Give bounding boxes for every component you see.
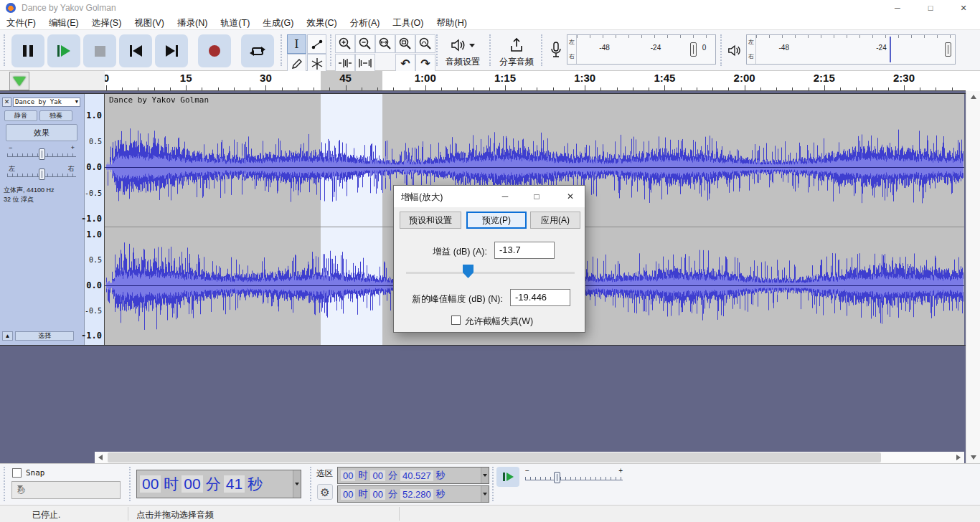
time-value[interactable]: 00 — [140, 475, 161, 493]
close-button[interactable]: ✕ — [947, 0, 980, 16]
audio-position-display[interactable]: 00时00分41秒 — [136, 470, 301, 498]
menu-item[interactable]: 帮助(H) — [430, 16, 473, 31]
menu-item[interactable]: 工具(O) — [386, 16, 430, 31]
time-digit-cells[interactable]: 00时00分52.280秒 — [338, 486, 481, 502]
time-value[interactable]: 00 — [341, 470, 355, 481]
redo-button[interactable]: ↷ — [415, 54, 435, 72]
mute-button[interactable]: 静音 — [4, 110, 37, 121]
horizontal-scrollbar-thumb[interactable] — [108, 452, 881, 462]
volume-slider-thumb[interactable] — [945, 42, 951, 57]
snap-mode-combobox[interactable]: 秒 — [11, 481, 121, 499]
selection-end-display[interactable]: 00时00分52.280秒 — [337, 485, 489, 503]
grip-selection[interactable] — [310, 467, 311, 501]
playback-meter-speaker-button[interactable] — [725, 37, 745, 63]
grip-transport[interactable] — [4, 34, 5, 66]
amplify-slider-thumb[interactable] — [463, 265, 473, 278]
time-digit-cells[interactable]: 00时00分40.527秒 — [338, 468, 481, 483]
grip-snap[interactable] — [4, 467, 5, 501]
track-name-menu[interactable]: Dance by Yak▼ — [13, 98, 80, 107]
loop-button[interactable] — [241, 34, 274, 67]
menu-item[interactable]: 视图(V) — [128, 16, 171, 31]
horizontal-scrollbar[interactable] — [95, 452, 964, 463]
audio-setup-button[interactable] — [440, 36, 485, 54]
silence-audio-button[interactable] — [355, 54, 375, 72]
zoom-in-button[interactable] — [335, 34, 355, 53]
volume-slider-thumb[interactable] — [690, 42, 697, 57]
dialog-minimize-button[interactable]: ─ — [491, 186, 519, 207]
scroll-down-button[interactable] — [966, 452, 980, 463]
solo-button[interactable]: 独奏 — [39, 110, 72, 121]
time-value[interactable]: 00 — [341, 489, 355, 500]
pinned-play-head-button[interactable] — [9, 72, 29, 90]
menu-item[interactable]: 编辑(E) — [42, 16, 85, 31]
time-value[interactable]: 40.527 — [400, 470, 433, 481]
speed-slider-thumb[interactable] — [554, 472, 560, 483]
timeline-ruler[interactable]: 01530451:001:151:301:452:002:152:30 — [105, 71, 966, 91]
menu-item[interactable]: 效果(C) — [300, 16, 343, 31]
menu-item[interactable]: 文件(F) — [0, 16, 42, 31]
skip-to-end-button[interactable] — [155, 34, 188, 67]
time-value[interactable]: 00 — [182, 475, 202, 493]
play-speed-slider[interactable]: −+ — [524, 467, 624, 487]
menu-item[interactable]: 播录(N) — [171, 16, 214, 31]
zoom-out-button[interactable] — [355, 34, 375, 53]
gear-icon[interactable]: ⚙ — [317, 484, 333, 500]
zoom-to-selection-button[interactable] — [375, 34, 395, 53]
vertical-scrollbar[interactable] — [966, 91, 980, 463]
menu-item[interactable]: 轨道(T) — [214, 16, 256, 31]
menu-item[interactable]: 选择(S) — [85, 16, 128, 31]
dialog-title-bar[interactable]: 增幅(放大) ─ □ ✕ — [394, 186, 585, 207]
grip-audio-setup[interactable] — [436, 34, 438, 66]
amplify-slider-rail[interactable] — [406, 272, 575, 274]
play-button[interactable] — [47, 34, 80, 67]
collapse-track-button[interactable]: ▲ — [2, 331, 13, 341]
grip-play-speed[interactable] — [492, 467, 494, 501]
scroll-left-button[interactable] — [95, 452, 106, 463]
grip-edit[interactable] — [330, 34, 331, 66]
menu-item[interactable]: 分析(A) — [344, 16, 387, 31]
multi-tool-button[interactable] — [307, 54, 326, 73]
grip-record-meter[interactable] — [541, 34, 542, 66]
share-audio-button[interactable] — [496, 34, 537, 56]
record-button[interactable] — [198, 34, 231, 67]
new-peak-input[interactable]: -19.446 — [510, 289, 570, 306]
time-digit-cells[interactable]: 00时00分41秒 — [137, 470, 293, 498]
trim-audio-button[interactable] — [335, 54, 355, 72]
pan-slider[interactable]: 左右 — [6, 164, 77, 183]
zoom-toggle-button[interactable] — [415, 34, 435, 53]
grip-playback-meter[interactable] — [720, 34, 722, 66]
presets-settings-button[interactable]: 预设和设置 — [400, 212, 461, 229]
time-value[interactable]: 41 — [224, 475, 245, 493]
menu-item[interactable]: 生成(G) — [256, 16, 300, 31]
time-value[interactable]: 00 — [370, 470, 385, 481]
gain-slider[interactable]: −+ — [6, 144, 77, 163]
snap-checkbox[interactable] — [12, 468, 22, 478]
recording-meter[interactable]: 左 右 -48-240 — [567, 34, 716, 65]
pause-button[interactable] — [11, 34, 44, 67]
stop-button[interactable] — [83, 34, 116, 67]
minimize-button[interactable]: ─ — [881, 0, 914, 16]
scroll-right-button[interactable] — [953, 452, 964, 463]
time-value[interactable]: 00 — [370, 489, 385, 500]
record-meter-mic-button[interactable] — [547, 37, 565, 63]
grip-tools[interactable] — [281, 34, 282, 66]
selection-start-display[interactable]: 00时00分40.527秒 — [337, 467, 489, 484]
gain-input[interactable]: -13.7 — [494, 242, 555, 259]
grip-time[interactable] — [129, 467, 131, 501]
time-format-dropdown[interactable] — [481, 468, 489, 483]
grip-share[interactable] — [489, 34, 491, 66]
playback-meter[interactable]: 左 右 -48-24 — [746, 34, 956, 65]
maximize-button[interactable]: □ — [914, 0, 947, 16]
apply-button[interactable]: 应用(A) — [530, 212, 580, 229]
allow-clipping-checkbox[interactable] — [451, 315, 461, 325]
effects-button[interactable]: 效果 — [6, 124, 77, 141]
preview-button[interactable]: 预览(P) — [466, 212, 527, 229]
dialog-close-button[interactable]: ✕ — [555, 186, 586, 207]
dialog-maximize-button[interactable]: □ — [523, 186, 550, 207]
time-value[interactable]: 52.280 — [400, 489, 433, 500]
pan-slider-thumb[interactable] — [39, 169, 45, 180]
gain-slider-thumb[interactable] — [39, 148, 45, 160]
undo-button[interactable]: ↶ — [395, 54, 415, 72]
draw-tool-button[interactable] — [287, 54, 306, 73]
time-format-dropdown[interactable] — [481, 486, 489, 502]
